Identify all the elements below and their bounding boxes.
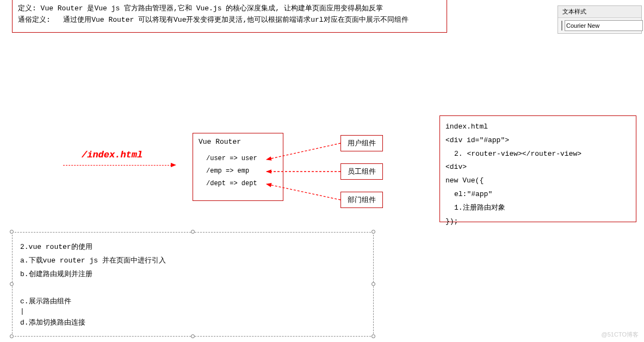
selection-handle[interactable]	[191, 230, 195, 234]
panel-row: ▾ ▾	[558, 18, 641, 33]
color-swatch[interactable]	[561, 21, 562, 30]
usage-step-c: c.展示路由组件	[20, 296, 366, 306]
code-l1: index.html	[445, 121, 630, 133]
definition-box: 定义: Vue Router 是Vue js 官方路由管理器,它和 Vue.js…	[12, 0, 447, 33]
index-html-label: /index.html	[82, 150, 143, 160]
code-l5: new Vue({	[445, 175, 630, 187]
selection-handle[interactable]	[191, 334, 195, 338]
selection-handle[interactable]	[10, 230, 14, 234]
component-user-box: 用户组件	[340, 135, 383, 151]
index-arrow	[63, 165, 172, 166]
code-l4: <div>	[445, 162, 630, 173]
route-dept: /dept => dept	[206, 179, 277, 189]
panel-title: 文本样式	[558, 6, 641, 18]
router-title: Vue Router	[199, 137, 277, 148]
selection-handle[interactable]	[10, 282, 14, 286]
usage-step-a: a.下载vue router js 并在页面中进行引入	[20, 255, 366, 265]
code-l3: 2. <router-view></router-view>	[454, 149, 630, 160]
code-box: index.html <div id="#app"> 2. <router-vi…	[439, 115, 636, 222]
usage-gap	[20, 283, 366, 292]
component-emp-box: 员工组件	[340, 163, 383, 180]
selection-handle[interactable]	[371, 282, 375, 286]
selection-handle[interactable]	[371, 334, 375, 338]
watermark: @51CTO博客	[602, 331, 639, 339]
code-l8: });	[445, 216, 630, 228]
definition-line1: 定义: Vue Router 是Vue js 官方路由管理器,它和 Vue.js…	[18, 3, 441, 15]
font-select[interactable]	[565, 20, 643, 31]
route-user: /user => user	[206, 154, 277, 164]
text-cursor: |	[20, 310, 366, 314]
selection-handle[interactable]	[371, 230, 375, 234]
usage-title: 2.vue router的使用	[20, 242, 366, 252]
usage-steps-box[interactable]: 2.vue router的使用 a.下载vue router js 并在页面中进…	[12, 232, 374, 337]
definition-line2: 通俗定义: 通过使用Vue Router 可以将现有Vue开发变得更加灵活,他可…	[18, 15, 441, 26]
code-l6: el:"#app"	[454, 189, 630, 200]
code-l7: 1.注册路由对象	[454, 203, 630, 214]
code-l2: <div id="#app">	[445, 135, 630, 146]
component-dept-box: 部门组件	[340, 192, 383, 208]
vue-router-box: Vue Router /user => user /emp => emp /de…	[193, 133, 283, 201]
route-emp: /emp => emp	[206, 166, 277, 176]
text-style-panel: 文本样式 ▾ ▾	[558, 5, 642, 34]
usage-step-b: b.创建路由规则并注册	[20, 269, 366, 279]
selection-handle[interactable]	[10, 334, 14, 338]
usage-step-d: d.添加切换路由连接	[20, 317, 366, 327]
